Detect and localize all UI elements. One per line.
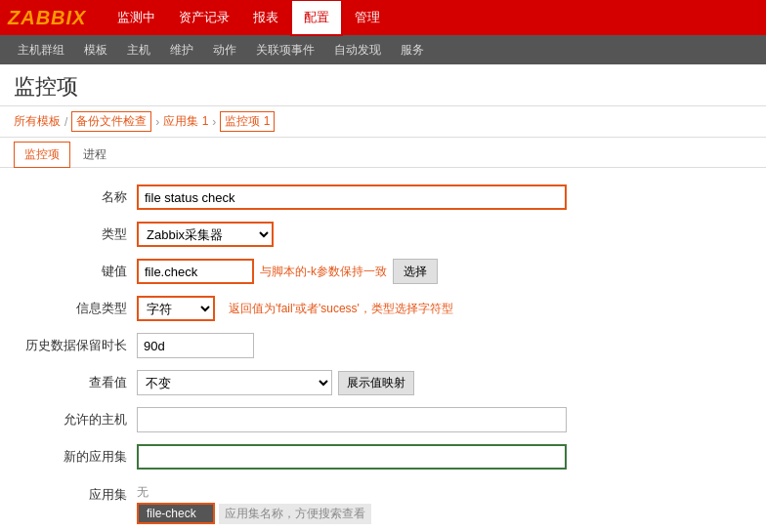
app-hint: 应用集名称，方便搜索查看 (219, 504, 371, 524)
nav-host-groups[interactable]: 主机群组 (8, 36, 74, 64)
tab-monitor-item[interactable]: 监控项 (14, 142, 70, 168)
host-input[interactable] (137, 407, 567, 432)
check-value-row: 查看值 不变 展示值映射 (20, 369, 746, 396)
logo: ZABBIX (8, 7, 86, 29)
breadcrumb-backup-check[interactable]: 备份文件检查 (71, 111, 151, 132)
nav-templates[interactable]: 模板 (74, 36, 117, 64)
nav-correlations[interactable]: 关联项事件 (246, 36, 324, 64)
type-row: 类型 Zabbix采集器 (20, 221, 746, 248)
form-area: 名称 类型 Zabbix采集器 键值 与脚本的-k参数保持一致 选择 (0, 168, 766, 532)
info-type-label: 信息类型 (20, 300, 137, 317)
app-set-label: 应用集 (20, 484, 137, 504)
breadcrumb: 所有模板 / 备份文件检查 › 应用集 1 › 监控项 1 (0, 106, 766, 138)
info-type-select[interactable]: 字符 (137, 296, 215, 321)
check-select[interactable]: 不变 (137, 370, 332, 395)
new-app-row: 新的应用集 (20, 443, 746, 471)
key-wrap: 与脚本的-k参数保持一致 选择 (137, 259, 723, 284)
breadcrumb-sep3: › (212, 115, 216, 129)
info-type-row: 信息类型 字符 返回值为'fail'或者'sucess'，类型选择字符型 (20, 295, 746, 322)
nav-item-admin[interactable]: 管理 (343, 1, 392, 34)
check-label: 查看值 (20, 374, 137, 391)
app-set-area: 无 file-check 应用集名称，方便搜索查看 (137, 484, 371, 524)
host-control (137, 407, 567, 432)
breadcrumb-app-set[interactable]: 应用集 1 (163, 113, 208, 130)
logo-rest: ABBIX (21, 7, 86, 28)
nav-item-reports[interactable]: 报表 (241, 1, 290, 34)
nav-item-config[interactable]: 配置 (290, 0, 343, 36)
app-set-none: 无 (137, 484, 371, 501)
logo-z: Z (8, 7, 21, 28)
map-button[interactable]: 展示值映射 (338, 371, 414, 395)
nav-hosts[interactable]: 主机 (117, 36, 160, 64)
history-control (137, 333, 254, 358)
app-set-item: file-check 应用集名称，方便搜索查看 (137, 503, 371, 524)
page-title: 监控项 (14, 72, 752, 102)
second-nav-bar: 主机群组 模板 主机 维护 动作 关联项事件 自动发现 服务 (0, 35, 766, 64)
tab-row: 监控项 进程 (0, 138, 766, 168)
nav-maintenance[interactable]: 维护 (160, 36, 203, 64)
type-label: 类型 (20, 225, 137, 243)
breadcrumb-monitor-item[interactable]: 监控项 1 (220, 111, 275, 132)
info-type-wrap: 字符 返回值为'fail'或者'sucess'，类型选择字符型 (137, 296, 453, 321)
key-row: 键值 与脚本的-k参数保持一致 选择 (20, 258, 746, 285)
name-control (137, 184, 625, 210)
history-row: 历史数据保留时长 (20, 332, 746, 359)
history-label: 历史数据保留时长 (20, 337, 137, 354)
key-input[interactable] (137, 259, 254, 284)
page-content: 监控项 所有模板 / 备份文件检查 › 应用集 1 › 监控项 1 监控项 进程… (0, 64, 766, 532)
breadcrumb-sep2: › (155, 115, 159, 129)
nav-actions[interactable]: 动作 (203, 36, 246, 64)
nav-item-assets[interactable]: 资产记录 (167, 1, 241, 34)
app-tag[interactable]: file-check (137, 503, 215, 524)
breadcrumb-all-templates[interactable]: 所有模板 (14, 113, 61, 130)
new-app-control (137, 444, 567, 470)
tab-process[interactable]: 进程 (72, 142, 117, 167)
nav-item-monitor[interactable]: 监测中 (106, 1, 167, 34)
key-label: 键值 (20, 263, 137, 280)
type-control: Zabbix采集器 (137, 222, 274, 247)
page-title-bar: 监控项 (0, 64, 766, 106)
history-input[interactable] (137, 333, 254, 358)
new-app-input[interactable] (137, 444, 567, 470)
app-set-row: 应用集 无 file-check 应用集名称，方便搜索查看 (20, 480, 746, 524)
nav-services[interactable]: 服务 (391, 36, 434, 64)
new-app-label: 新的应用集 (20, 448, 137, 466)
name-label: 名称 (20, 188, 137, 206)
info-hint: 返回值为'fail'或者'sucess'，类型选择字符型 (229, 301, 453, 317)
key-select-button[interactable]: 选择 (393, 259, 438, 284)
breadcrumb-sep1: / (64, 115, 67, 129)
top-nav-bar: ZABBIX 监测中 资产记录 报表 配置 管理 (0, 0, 766, 35)
host-row: 允许的主机 (20, 406, 746, 433)
name-row: 名称 (20, 184, 746, 211)
host-label: 允许的主机 (20, 411, 137, 429)
type-select[interactable]: Zabbix采集器 (137, 222, 274, 247)
key-hint: 与脚本的-k参数保持一致 (260, 264, 387, 280)
name-input[interactable] (137, 184, 567, 210)
check-control: 不变 展示值映射 (137, 370, 414, 395)
nav-discovery[interactable]: 自动发现 (324, 36, 391, 64)
